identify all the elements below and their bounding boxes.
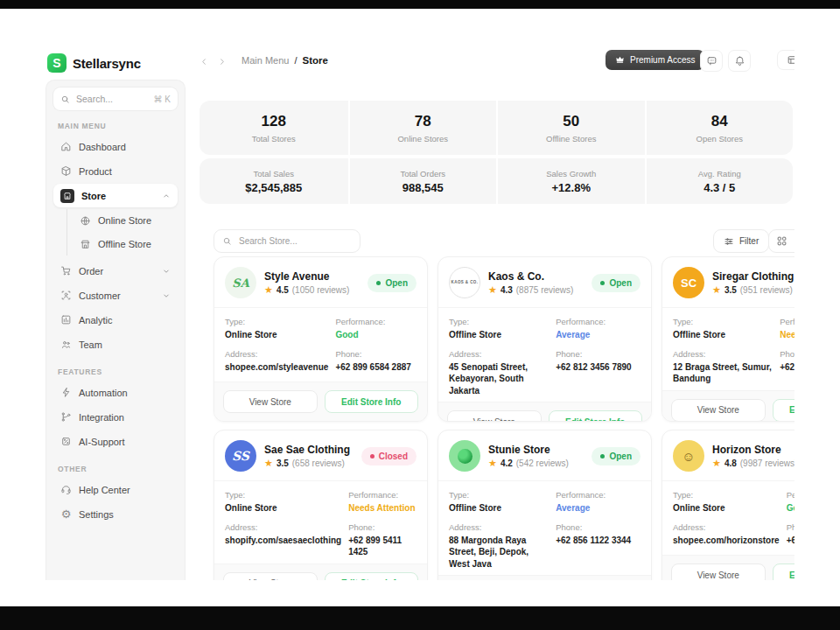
- performance-label: Performance:: [556, 317, 640, 326]
- view-store-button[interactable]: View Store: [671, 399, 766, 422]
- logo-icon: S: [47, 53, 66, 73]
- store-phone: +62 8: [787, 535, 794, 547]
- store-rating: 3.5: [724, 285, 737, 295]
- sidebar-item-ai-support[interactable]: AI-Support: [53, 430, 178, 453]
- store-name: Siregar Clothing: [712, 270, 794, 283]
- view-store-button[interactable]: View Store: [671, 564, 766, 580]
- edit-store-button[interactable]: Edit Store Info: [773, 399, 795, 422]
- storefront-icon: [60, 189, 74, 203]
- main-content: Main Menu / Store Premium Access Customi…: [186, 48, 794, 580]
- store-rating: 4.3: [500, 285, 513, 295]
- sidebar-item-team[interactable]: Team: [53, 332, 178, 356]
- edit-store-button[interactable]: Edit Store Info: [549, 410, 643, 422]
- store-submenu: Online Store Offline Store: [66, 209, 178, 256]
- ai-icon: [60, 436, 72, 447]
- store-performance: Average: [556, 502, 640, 514]
- edit-store-button[interactable]: Edit Store Info: [325, 572, 419, 581]
- phone-label: Phone:: [556, 349, 640, 359]
- nav-back-button[interactable]: [200, 54, 212, 66]
- notifications-button[interactable]: [728, 50, 751, 72]
- performance-label: Performance:: [348, 490, 416, 500]
- sidebar-item-online-store[interactable]: Online Store: [73, 209, 178, 232]
- header: Main Menu / Store Premium Access Customi…: [200, 50, 794, 71]
- status-dot-icon: [376, 281, 381, 285]
- sidebar-item-customer[interactable]: Customer: [53, 284, 178, 307]
- letterbox-top: [0, 0, 840, 9]
- search-icon: [60, 94, 70, 104]
- sphere-icon: [458, 449, 472, 464]
- star-icon: ★: [264, 458, 273, 468]
- status-dot-icon: [370, 454, 374, 458]
- sidebar-item-help-center[interactable]: Help Center: [53, 478, 178, 501]
- address-label: Address:: [449, 522, 549, 532]
- sidebar-item-dashboard[interactable]: Dashboard: [53, 135, 178, 158]
- nav-forward-button[interactable]: [217, 54, 229, 66]
- store-name: Style Avenue: [264, 270, 349, 283]
- store-address: 88 Margonda Raya Street, Beji, Depok, We…: [449, 535, 549, 570]
- sidebar-item-integration[interactable]: Integration: [53, 405, 178, 429]
- store-search-input[interactable]: [237, 235, 352, 247]
- store-avatar: ☺: [673, 440, 704, 472]
- chat-icon: [706, 55, 718, 66]
- store-avatar: KAOS & CO.: [449, 267, 480, 298]
- address-label: Address:: [673, 522, 780, 532]
- section-other: OTHER: [58, 465, 173, 473]
- edit-store-button[interactable]: Edit Store Info: [773, 564, 795, 580]
- stat-offline-stores: 50 Offline Stores: [496, 101, 645, 155]
- sidebar-item-offline-store[interactable]: Offline Store: [73, 233, 178, 256]
- stat-total-orders: Total Orders 988,545: [348, 158, 497, 204]
- store-phone: +62 8: [780, 361, 794, 374]
- messages-button[interactable]: [700, 50, 723, 72]
- home-icon: [60, 141, 72, 152]
- view-store-button[interactable]: View Store: [223, 390, 318, 413]
- sidebar-search[interactable]: ⌘ K: [53, 88, 178, 110]
- store-search[interactable]: [214, 229, 360, 253]
- customize-button[interactable]: Customize: [777, 50, 794, 70]
- type-label: Type:: [449, 317, 549, 326]
- star-icon: ★: [488, 285, 497, 295]
- edit-store-button[interactable]: Edit Store Info: [325, 390, 419, 413]
- filter-button[interactable]: Filter: [713, 229, 769, 253]
- sidebar-item-order[interactable]: Order: [53, 259, 178, 283]
- sidebar-item-analytic[interactable]: Analytic: [53, 308, 178, 332]
- store-phone: +62 812 3456 7890: [556, 361, 640, 374]
- view-store-button[interactable]: View Store: [447, 410, 542, 422]
- bell-icon: [734, 55, 746, 66]
- view-store-button[interactable]: View Store: [223, 572, 318, 581]
- store-type: Offline Store: [673, 329, 773, 341]
- store-performance: Good: [787, 502, 794, 514]
- bolt-icon: [60, 387, 72, 398]
- store-type: Online Store: [225, 329, 328, 341]
- store-rating: 3.5: [276, 458, 289, 468]
- store-toolbar: Filter: [200, 229, 794, 254]
- branch-icon: [60, 411, 72, 423]
- store-performance: Average: [556, 329, 640, 341]
- store-reviews: (951 reviews): [740, 285, 793, 295]
- phone-label: Phone:: [335, 349, 416, 359]
- stat-avg-rating: Avg. Rating 4.3 / 5: [645, 158, 794, 204]
- breadcrumb-section[interactable]: Main Menu: [242, 55, 289, 66]
- store-reviews: (542 reviews): [516, 458, 569, 468]
- chart-icon: [60, 314, 72, 326]
- store-name: Stunie Store: [488, 444, 569, 456]
- stat-online-stores: 78 Online Stores: [348, 101, 497, 155]
- sidebar-item-settings[interactable]: ⚙ Settings: [53, 502, 178, 526]
- status-dot-icon: [600, 281, 605, 285]
- star-icon: ★: [712, 285, 721, 295]
- star-icon: ★: [264, 285, 273, 295]
- grid-view-button[interactable]: [768, 229, 794, 253]
- sidebar-search-input[interactable]: [74, 93, 150, 105]
- sidebar-item-automation[interactable]: Automation: [53, 381, 178, 404]
- section-main-menu: MAIN MENU: [58, 122, 173, 130]
- globe-icon: [80, 215, 91, 227]
- logo-text: Stellarsync: [73, 56, 141, 71]
- logo: S Stellarsync: [46, 48, 186, 75]
- sidebar-item-product[interactable]: Product: [53, 159, 178, 183]
- store-phone: +62 856 1122 3344: [556, 535, 640, 547]
- star-icon: ★: [712, 458, 721, 468]
- box-icon: [60, 165, 72, 177]
- address-label: Address:: [673, 349, 773, 359]
- store-reviews: (658 reviews): [292, 458, 345, 468]
- sidebar-item-store[interactable]: Store: [53, 184, 178, 207]
- premium-access-button[interactable]: Premium Access: [606, 50, 704, 70]
